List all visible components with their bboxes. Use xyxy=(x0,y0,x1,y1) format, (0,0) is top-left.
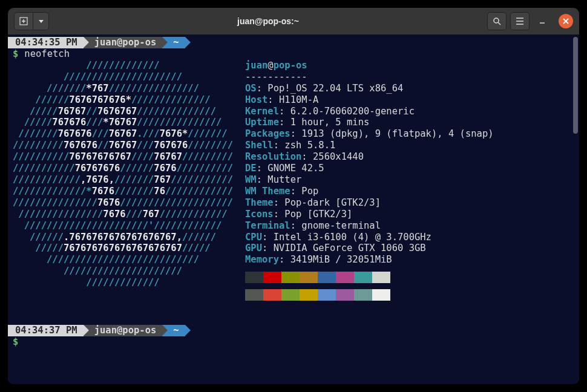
search-button[interactable] xyxy=(487,12,507,30)
info-row: Host: H110M-A xyxy=(245,94,494,106)
color-palette-row-1 xyxy=(245,272,494,283)
minimize-button[interactable] xyxy=(533,12,551,30)
close-button[interactable] xyxy=(559,14,573,28)
color-swatch xyxy=(281,272,300,283)
info-row: WM: Mutter xyxy=(245,174,494,186)
color-swatch xyxy=(281,289,300,301)
user-host-line: juan@pop-os xyxy=(245,60,494,71)
menu-button[interactable] xyxy=(510,12,530,30)
prompt-symbol: $ xyxy=(13,48,18,60)
color-swatch xyxy=(263,289,281,301)
color-swatch xyxy=(372,272,390,283)
prompt-host: juan@pop-os xyxy=(84,37,163,48)
info-row: Icons: Pop [GTK2/3] xyxy=(245,209,494,220)
info-row: Theme: Pop-dark [GTK2/3] xyxy=(245,197,494,209)
color-palette-row-2 xyxy=(245,289,494,301)
terminal-window: juan@pop-os:~ 04:34:35 PM juan@pop-os ~ … xyxy=(8,8,579,384)
info-row: DE: GNOME 42.5 xyxy=(245,163,494,174)
scrollbar-thumb[interactable] xyxy=(573,37,578,134)
color-swatch xyxy=(318,272,336,283)
info-row: GPU: NVIDIA GeForce GTX 1060 3GB xyxy=(245,243,494,254)
terminal-area[interactable]: 04:34:35 PM juan@pop-os ~ $ neofetch ///… xyxy=(8,34,579,384)
command-text: neofetch xyxy=(24,48,70,60)
separator-dashes: ----------- xyxy=(245,71,494,83)
new-tab-dropdown-button[interactable] xyxy=(33,12,49,30)
color-swatch xyxy=(263,272,281,283)
window-title: juan@pop-os:~ xyxy=(53,16,484,26)
titlebar: juan@pop-os:~ xyxy=(8,8,579,34)
new-tab-button[interactable] xyxy=(14,12,33,30)
color-swatch xyxy=(336,272,354,283)
info-row: Kernel: 6.2.0-76060200-generic xyxy=(245,106,494,117)
info-row: OS: Pop!_OS 22.04 LTS x86_64 xyxy=(245,83,494,94)
info-row: Packages: 1913 (dpkg), 9 (flatpak), 4 (s… xyxy=(245,128,494,140)
color-swatch xyxy=(354,289,372,301)
info-row: Resolution: 2560x1440 xyxy=(245,151,494,163)
info-row: Uptime: 1 hour, 5 mins xyxy=(245,117,494,128)
color-swatch xyxy=(245,272,263,283)
info-row: CPU: Intel i3-6100 (4) @ 3.700GHz xyxy=(245,232,494,243)
color-swatch xyxy=(318,289,336,301)
color-swatch xyxy=(245,289,263,301)
prompt-time: 04:34:37 PM xyxy=(8,325,84,336)
command-line-1: $ neofetch xyxy=(13,48,574,60)
info-row: Memory: 3419MiB / 32051MiB xyxy=(245,254,494,266)
info-row: Shell: zsh 5.8.1 xyxy=(245,140,494,151)
prompt-host: juan@pop-os xyxy=(84,325,163,336)
neofetch-info: juan@pop-os ----------- OS: Pop!_OS 22.0… xyxy=(245,60,494,301)
info-row: WM Theme: Pop xyxy=(245,186,494,197)
color-swatch xyxy=(336,289,354,301)
prompt-symbol: $ xyxy=(13,336,18,348)
prompt-time: 04:34:35 PM xyxy=(8,37,84,48)
info-row: Terminal: gnome-terminal xyxy=(245,220,494,232)
color-swatch xyxy=(372,289,390,301)
ascii-logo: ///////////// ///////////////////// ////… xyxy=(13,60,233,301)
svg-point-3 xyxy=(494,18,499,23)
command-line-2: $ xyxy=(13,336,574,348)
svg-line-4 xyxy=(498,22,500,25)
prompt-line-1: 04:34:35 PM juan@pop-os ~ xyxy=(8,37,574,48)
prompt-line-2: 04:34:37 PM juan@pop-os ~ xyxy=(8,325,574,336)
color-swatch xyxy=(300,272,318,283)
color-swatch xyxy=(354,272,372,283)
color-swatch xyxy=(300,289,318,301)
